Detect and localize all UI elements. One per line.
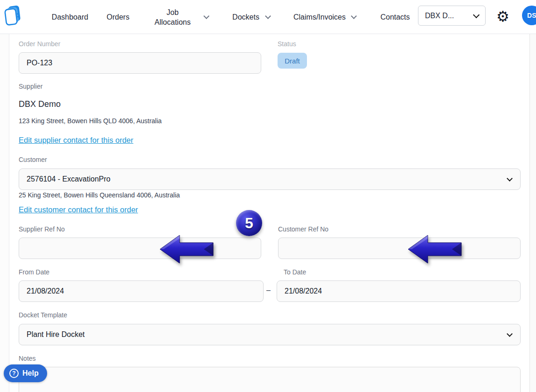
- top-navbar: Dashboard Orders Job Allocations Dockets…: [0, 0, 536, 34]
- supplier-ref-label: Supplier Ref No: [19, 225, 65, 233]
- vertical-scrollbar[interactable]: [529, 34, 536, 392]
- question-mark-icon: ?: [9, 369, 19, 378]
- date-range-separator: –: [266, 286, 271, 294]
- customer-select[interactable]: 2576104 - ExcavationPro: [19, 168, 521, 190]
- to-date-label: To Date: [284, 268, 306, 276]
- chevron-down-icon: [265, 13, 271, 19]
- docket-template-select[interactable]: Plant Hire Docket: [19, 324, 521, 345]
- customer-label: Customer: [19, 156, 47, 163]
- annotation-arrow-left-icon: [158, 233, 215, 266]
- edit-supplier-contact-link[interactable]: Edit supplier contact for this order: [19, 136, 133, 145]
- annotation-arrow-left-icon: [406, 233, 463, 266]
- chevron-down-icon: [351, 13, 357, 19]
- customer-address: 25 King Street, Bowen Hills Queensland 4…: [19, 191, 180, 199]
- supplier-label: Supplier: [19, 83, 42, 90]
- supplier-address: 123 King Street, Bowen Hills QLD 4006, A…: [19, 117, 162, 125]
- order-number-label: Order Number: [19, 40, 60, 48]
- nav-item-claims-invoices[interactable]: Claims/Invoices: [292, 0, 348, 34]
- help-button[interactable]: ? Help: [4, 364, 47, 382]
- app-logo-icon[interactable]: [4, 4, 22, 28]
- customer-select-value: 2576104 - ExcavationPro: [27, 175, 111, 183]
- from-date-label: From Date: [19, 268, 49, 276]
- company-select[interactable]: DBX D...: [418, 6, 486, 26]
- notes-label: Notes: [19, 355, 36, 362]
- chevron-down-icon: [473, 11, 480, 18]
- customer-ref-label: Customer Ref No: [278, 225, 328, 233]
- status-label: Status: [278, 40, 296, 48]
- nav-item-dashboard[interactable]: Dashboard: [50, 0, 90, 34]
- supplier-name: DBX Demo: [19, 99, 61, 109]
- customer-ref-input[interactable]: [278, 238, 521, 259]
- nav-item-job-allocations[interactable]: Job Allocations: [150, 0, 195, 34]
- avatar[interactable]: DS: [522, 6, 536, 25]
- notes-textarea[interactable]: [19, 367, 521, 392]
- nav-item-contacts[interactable]: Contacts: [379, 0, 411, 34]
- docket-template-label: Docket Template: [19, 311, 67, 319]
- content-card-left-border: [0, 34, 9, 392]
- nav-item-dockets[interactable]: Dockets: [231, 0, 261, 34]
- chevron-down-icon: [507, 175, 513, 182]
- edit-customer-contact-link[interactable]: Edit customer contact for this order: [19, 205, 138, 214]
- to-date-input[interactable]: [277, 280, 521, 302]
- docket-template-value: Plant Hire Docket: [27, 330, 85, 339]
- gear-icon[interactable]: ⚙: [496, 7, 509, 27]
- from-date-input[interactable]: [19, 280, 264, 302]
- help-button-label: Help: [22, 369, 39, 378]
- company-select-value: DBX D...: [425, 12, 454, 20]
- status-badge: Draft: [278, 53, 307, 69]
- nav-item-orders[interactable]: Orders: [105, 0, 131, 34]
- order-number-input[interactable]: [19, 52, 261, 74]
- supplier-ref-input[interactable]: [19, 238, 261, 259]
- annotation-step-5-badge: 5: [236, 210, 262, 236]
- chevron-down-icon: [507, 331, 513, 337]
- chevron-down-icon: [203, 13, 209, 19]
